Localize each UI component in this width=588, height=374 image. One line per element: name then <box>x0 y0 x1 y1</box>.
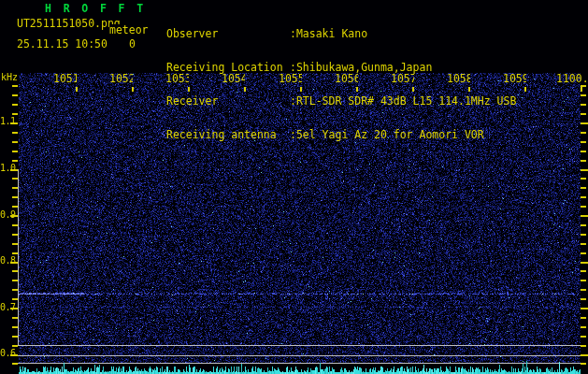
freq-unit-label: kHz <box>1 72 18 82</box>
app-title: H R O F F T <box>45 2 146 15</box>
time-axis-label-1059: 1059 <box>503 74 526 84</box>
time-axis-label-1051: 1051 <box>53 74 77 84</box>
datetime-label: 25.11.15 10:50 <box>17 38 108 50</box>
meta-label-receiving-location: Receiving Location <box>166 62 283 73</box>
time-axis-label-1055: 1055 <box>279 74 302 84</box>
meta-label-observer: Observer <box>166 28 283 39</box>
hrofft-screen: H R O F F T UT2511151050.png meteor 25.1… <box>0 0 588 374</box>
meta-values: :Masaki Kano :Shibukawa,Gunma,Japan :RTL… <box>290 6 516 163</box>
time-axis-label-1052: 1052 <box>109 74 133 84</box>
freq-axis-label-1_0: 1.0 <box>0 163 18 174</box>
freq-axis-label-0_8: 0.8 <box>0 255 18 266</box>
time-axis-label-1100: 1100. <box>556 74 588 84</box>
time-axis-label-1056: 1056 <box>335 74 358 84</box>
meta-label-receiver: Receiver <box>166 95 283 107</box>
meta-value-receiving-antenna: :5el Yagi Az 20 for Aomori VOR <box>290 129 516 140</box>
meta-labels: Observer Receiving Location Receiver Rec… <box>166 6 283 163</box>
meta-value-receiving-location: :Shibukawa,Gunma,Japan <box>290 62 516 73</box>
meta-value-receiver: :RTL-SDR SDR# 43dB L15 114.1MHz USB <box>290 95 516 107</box>
freq-axis-label-0_6: 0.6 <box>0 348 18 359</box>
time-axis-label-1054: 1054 <box>222 74 245 84</box>
meta-value-observer: :Masaki Kano <box>290 28 516 39</box>
freq-axis-label-0_9: 0.9 <box>0 209 18 221</box>
freq-axis-label-0_7: 0.7 <box>0 302 18 313</box>
time-axis-label-1053: 1053 <box>165 74 189 84</box>
time-axis-label-1057: 1057 <box>391 74 414 84</box>
filename-label: UT2511151050.png <box>17 18 121 29</box>
time-axis-label-1058: 1058 <box>447 74 470 84</box>
meta-label-receiving-antenna: Receiving antenna <box>166 129 283 140</box>
echo-count: 0 <box>129 38 136 50</box>
meteor-label: meteor <box>109 24 150 36</box>
freq-axis-label-1_1: 1.1 <box>0 116 18 127</box>
